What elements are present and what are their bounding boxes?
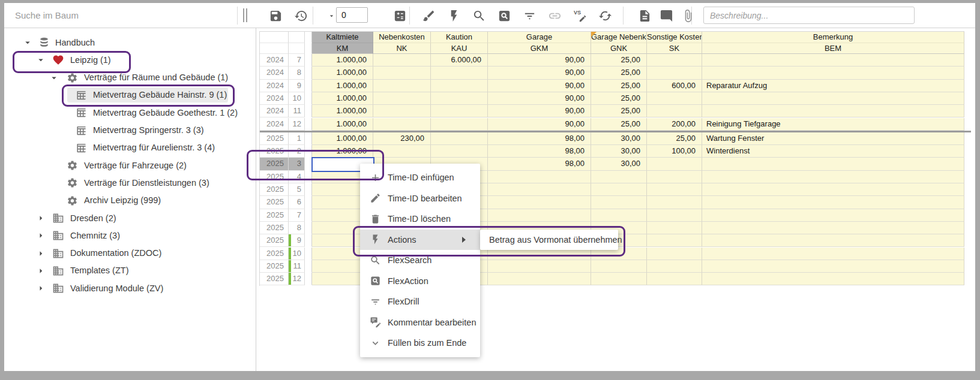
cell[interactable] bbox=[305, 171, 312, 183]
cell-NK[interactable] bbox=[373, 67, 431, 79]
cell-SK[interactable]: 25,00 bbox=[647, 132, 702, 145]
submenu-item-betrag-aus-vormonat[interactable]: Betrag aus Vormonat übernehmen bbox=[480, 230, 618, 251]
row-header-month[interactable]: 11 bbox=[289, 105, 305, 117]
cell-KM[interactable]: 1.000,00 bbox=[312, 105, 373, 117]
cell-GNK[interactable] bbox=[591, 209, 647, 222]
row-header-year[interactable]: 2025 bbox=[260, 183, 289, 196]
cell-KAU[interactable] bbox=[431, 67, 488, 79]
cell-SK[interactable] bbox=[647, 222, 702, 234]
cell-GKM[interactable]: 98,00 bbox=[488, 132, 591, 145]
row-header-month[interactable]: 11 bbox=[289, 260, 305, 273]
column-header-NK[interactable]: NK bbox=[373, 43, 431, 55]
cell-BEM[interactable] bbox=[702, 54, 964, 67]
cell-GKM[interactable]: 90,00 bbox=[488, 92, 591, 105]
menu-item-3[interactable]: Actions bbox=[360, 230, 480, 251]
cell-SK[interactable] bbox=[647, 273, 702, 285]
row-header-year[interactable]: 2024 bbox=[260, 92, 289, 105]
menu-item-0[interactable]: Time-ID einfügen bbox=[360, 167, 480, 188]
row-header-month[interactable]: 7 bbox=[289, 54, 305, 67]
row-header-month[interactable]: 9 bbox=[289, 234, 305, 247]
cell[interactable] bbox=[305, 209, 312, 222]
cell-GKM[interactable] bbox=[488, 260, 591, 273]
cell-GKM[interactable] bbox=[488, 209, 591, 222]
cell[interactable] bbox=[305, 196, 312, 209]
cell-KAU[interactable]: 6.000,00 bbox=[431, 54, 488, 67]
row-header-month[interactable]: 10 bbox=[289, 248, 305, 260]
row-header-year[interactable]: 2025 bbox=[260, 132, 289, 145]
cell-BEM[interactable] bbox=[702, 209, 964, 222]
cell-BEM[interactable] bbox=[702, 183, 964, 196]
cell-BEM[interactable] bbox=[702, 171, 964, 183]
cell-GKM[interactable]: 98,00 bbox=[488, 145, 591, 158]
cell-KAU[interactable] bbox=[431, 118, 488, 131]
cell-SK[interactable] bbox=[647, 171, 702, 183]
cell[interactable] bbox=[305, 105, 312, 117]
cell-GKM[interactable]: 90,00 bbox=[488, 105, 591, 117]
column-header-KM[interactable]: Kaltmiete bbox=[312, 32, 373, 43]
cell-BEM[interactable] bbox=[702, 248, 964, 260]
column-header-SK[interactable]: SK bbox=[647, 43, 702, 55]
cell-NK[interactable] bbox=[373, 54, 431, 67]
row-header-month[interactable]: 2 bbox=[289, 145, 305, 158]
cell-BEM[interactable]: Winterdienst bbox=[702, 145, 964, 158]
cell-KAU[interactable] bbox=[431, 132, 488, 145]
row-header-month[interactable]: 1 bbox=[289, 132, 305, 145]
column-header-GKM[interactable]: GKM bbox=[488, 43, 591, 55]
cell[interactable] bbox=[305, 145, 312, 158]
cell-GNK[interactable]: 25,00 bbox=[591, 67, 647, 79]
column-header-GKM[interactable]: Garage bbox=[488, 32, 591, 43]
cell-KM[interactable]: 1.000,00 bbox=[312, 67, 373, 79]
cell[interactable] bbox=[305, 248, 312, 260]
row-header-year[interactable]: 2024 bbox=[260, 118, 289, 131]
cell[interactable] bbox=[305, 222, 312, 234]
cell-SK[interactable] bbox=[647, 248, 702, 260]
cell-GNK[interactable]: 25,00 bbox=[591, 118, 647, 131]
column-header-NK[interactable]: Nebenkosten bbox=[373, 32, 431, 43]
row-header-month[interactable]: 8 bbox=[289, 67, 305, 79]
cell-GNK[interactable]: 25,00 bbox=[591, 105, 647, 117]
cell-GNK[interactable]: 30,00 bbox=[591, 158, 647, 170]
cell-KAU[interactable] bbox=[431, 80, 488, 92]
cell-NK[interactable] bbox=[373, 105, 431, 117]
row-header-year[interactable]: 2024 bbox=[260, 80, 289, 92]
menu-item-8[interactable]: Füllen bis zum Ende bbox=[360, 333, 480, 354]
cell-BEM[interactable] bbox=[702, 196, 964, 209]
cell-NK[interactable] bbox=[373, 92, 431, 105]
cell-NK[interactable]: 230,00 bbox=[373, 132, 431, 145]
cell-BEM[interactable] bbox=[702, 105, 964, 117]
column-header-GNK[interactable]: GNK bbox=[591, 43, 647, 55]
cell-BEM[interactable] bbox=[702, 222, 964, 234]
cell-GNK[interactable] bbox=[591, 171, 647, 183]
cell[interactable] bbox=[305, 80, 312, 92]
row-header-month[interactable]: 8 bbox=[289, 222, 305, 234]
row-header-year[interactable]: 2025 bbox=[260, 273, 289, 285]
cell-GKM[interactable]: 90,00 bbox=[488, 118, 591, 131]
column-header-BEM[interactable]: BEM bbox=[702, 43, 964, 55]
row-header-month[interactable]: 3 bbox=[289, 158, 305, 170]
cell-BEM[interactable] bbox=[702, 234, 964, 247]
row-header-month[interactable]: 12 bbox=[289, 118, 305, 131]
cell-NK[interactable] bbox=[373, 80, 431, 92]
menu-item-5[interactable]: FlexAction bbox=[360, 271, 480, 292]
cell-KAU[interactable] bbox=[431, 145, 488, 158]
column-header-SK[interactable]: Sonstige Kosten bbox=[647, 32, 702, 43]
row-header-year[interactable]: 2025 bbox=[260, 222, 289, 234]
cell-SK[interactable]: 200,00 bbox=[647, 118, 702, 131]
cell-BEM[interactable] bbox=[702, 260, 964, 273]
cell-SK[interactable] bbox=[647, 209, 702, 222]
cell-KM[interactable]: 1.000,00 bbox=[312, 80, 373, 92]
cell-GNK[interactable]: 25,00 bbox=[591, 54, 647, 67]
cell-GKM[interactable] bbox=[488, 171, 591, 183]
column-header-KM[interactable]: KM bbox=[312, 43, 373, 55]
row-header-year[interactable]: 2025 bbox=[260, 145, 289, 158]
cell-GKM[interactable] bbox=[488, 196, 591, 209]
row-header-year[interactable]: 2025 bbox=[260, 171, 289, 183]
cell[interactable] bbox=[305, 67, 312, 79]
cell-KM[interactable]: 1.000,00 bbox=[312, 54, 373, 67]
cell-NK[interactable] bbox=[373, 118, 431, 131]
cell-GNK[interactable] bbox=[591, 183, 647, 196]
menu-item-7[interactable]: Kommentar bearbeiten bbox=[360, 312, 480, 333]
cell-GKM[interactable]: 98,00 bbox=[488, 158, 591, 170]
cell-GNK[interactable]: 25,00 bbox=[591, 80, 647, 92]
cell[interactable] bbox=[305, 54, 312, 67]
